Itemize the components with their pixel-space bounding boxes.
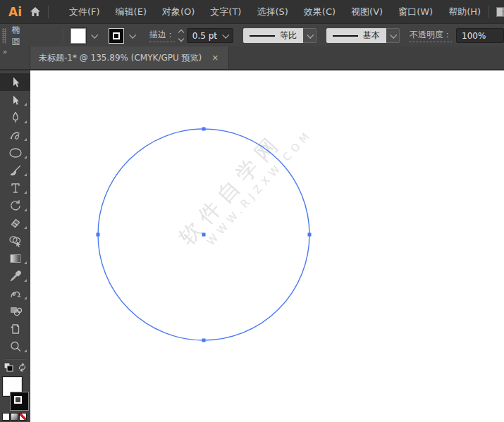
brush-definition-dropdown[interactable]: 基本 bbox=[326, 28, 400, 43]
close-icon[interactable]: × bbox=[210, 52, 220, 63]
menu-bar-items: 文件(F)编辑(E)对象(O)文字(T)选择(S)效果(C)视图(V)窗口(W)… bbox=[61, 0, 488, 23]
paintbrush-tool[interactable] bbox=[0, 161, 30, 179]
panel-grip-icon[interactable] bbox=[2, 28, 6, 44]
stepper-down-icon bbox=[178, 36, 184, 42]
menu-item-edit[interactable]: 编辑(E) bbox=[108, 0, 154, 23]
tools-panel bbox=[0, 70, 30, 422]
control-bar: 椭圆 描边： 0.5 pt 等比 基本 bbox=[0, 23, 504, 47]
menu-item-help[interactable]: 帮助(H) bbox=[441, 0, 488, 23]
stroke-weight-label[interactable]: 描边： bbox=[149, 29, 175, 42]
line-sample-icon bbox=[333, 35, 358, 37]
brush-definition-value: 基本 bbox=[363, 30, 380, 42]
fill-stroke-indicator bbox=[0, 377, 30, 410]
canvas[interactable]: 软件自学网 WWW.RJZXW.COM bbox=[30, 70, 504, 422]
eyedropper-tool[interactable] bbox=[0, 267, 30, 285]
chevron-down-icon bbox=[129, 32, 136, 39]
chevron-down-icon bbox=[390, 32, 397, 39]
stroke-color-swatch[interactable] bbox=[109, 28, 124, 44]
gradient-tool[interactable] bbox=[0, 249, 30, 267]
width-profile-dropdown[interactable]: 等比 bbox=[243, 28, 316, 43]
opacity-field[interactable]: 100% bbox=[456, 28, 504, 43]
stroke-swatch[interactable] bbox=[11, 392, 28, 410]
anchor-point-bottom[interactable] bbox=[202, 339, 206, 342]
divider bbox=[4, 359, 26, 359]
direct-selection-tool[interactable] bbox=[0, 91, 30, 108]
anchor-point-center[interactable] bbox=[202, 233, 206, 237]
stroke-weight-field[interactable]: 0.5 pt bbox=[187, 28, 233, 43]
fill-stroke-controls bbox=[0, 361, 30, 375]
opacity-label[interactable]: 不透明度： bbox=[410, 29, 452, 42]
chevron-down-icon bbox=[222, 32, 229, 39]
type-tool[interactable] bbox=[0, 179, 30, 197]
menu-item-type[interactable]: 文字(T) bbox=[202, 0, 249, 23]
none-button[interactable] bbox=[19, 413, 27, 421]
curvature-tool[interactable] bbox=[0, 126, 30, 144]
menu-item-select[interactable]: 选择(S) bbox=[249, 0, 295, 23]
selection-tool[interactable] bbox=[0, 73, 30, 91]
tab-bar: » 未标题-1* @ 135.89% (CMYK/GPU 预览) × bbox=[0, 46, 504, 70]
chevron-cell bbox=[303, 28, 316, 43]
menu-item-file[interactable]: 文件(F) bbox=[61, 0, 108, 23]
zoom-tool[interactable] bbox=[0, 337, 30, 355]
menu-bar: Ai 文件(F)编辑(E)对象(O)文字(T)选择(S)效果(C)视图(V)窗口… bbox=[0, 0, 504, 23]
chevron-cell bbox=[386, 28, 400, 43]
shaper-tool[interactable] bbox=[0, 285, 30, 302]
anchor-point-left[interactable] bbox=[97, 233, 100, 237]
eraser-tool[interactable] bbox=[0, 214, 30, 232]
pen-tool[interactable] bbox=[0, 108, 30, 126]
artwork-layer[interactable] bbox=[30, 70, 504, 422]
ellipse-tool[interactable] bbox=[0, 144, 30, 161]
width-profile-value: 等比 bbox=[280, 30, 297, 42]
menu-item-object[interactable]: 对象(O) bbox=[154, 0, 202, 23]
menu-item-window[interactable]: 窗口(W) bbox=[391, 0, 441, 23]
stroke-weight-stepper[interactable] bbox=[179, 30, 183, 41]
collapse-panel-icon[interactable]: » bbox=[3, 49, 30, 56]
width-profile-preview: 等比 bbox=[243, 28, 303, 43]
document-tab[interactable]: 未标题-1* @ 135.89% (CMYK/GPU 预览) × bbox=[30, 46, 229, 69]
menu-item-effect[interactable]: 效果(C) bbox=[296, 0, 343, 23]
chevron-down-icon bbox=[307, 32, 314, 39]
stepper-up-icon bbox=[178, 30, 184, 35]
menu-separator bbox=[488, 6, 489, 18]
stroke-color-dropdown[interactable] bbox=[126, 29, 138, 42]
shape-builder-tool[interactable] bbox=[0, 232, 30, 249]
main-area: 软件自学网 WWW.RJZXW.COM bbox=[0, 70, 504, 422]
gradient-button[interactable] bbox=[11, 413, 18, 421]
stroke-weight-value: 0.5 pt bbox=[192, 31, 217, 41]
anchor-point-top[interactable] bbox=[202, 128, 206, 131]
fill-color-dropdown[interactable] bbox=[88, 29, 100, 42]
anchor-point-right[interactable] bbox=[308, 233, 312, 237]
fill-color-swatch[interactable] bbox=[70, 28, 86, 44]
tools-panel-header: » bbox=[0, 46, 30, 69]
home-icon[interactable] bbox=[30, 6, 41, 17]
ai-logo-icon[interactable]: Ai bbox=[8, 5, 22, 19]
rotate-tool[interactable] bbox=[0, 197, 30, 214]
artboard-tool[interactable] bbox=[0, 320, 30, 337]
swap-fill-stroke-icon[interactable] bbox=[18, 361, 27, 375]
separator bbox=[63, 30, 63, 42]
color-button[interactable] bbox=[2, 413, 10, 421]
document-tab-title: 未标题-1* @ 135.89% (CMYK/GPU 预览) bbox=[39, 52, 202, 64]
line-sample-icon bbox=[250, 35, 275, 37]
workspace-icon bbox=[496, 7, 504, 17]
menu-separator bbox=[48, 6, 49, 18]
default-fill-stroke-icon[interactable] bbox=[4, 361, 13, 375]
color-mode-buttons bbox=[0, 413, 30, 421]
illustrator-window: Ai 文件(F)编辑(E)对象(O)文字(T)选择(S)效果(C)视图(V)窗口… bbox=[0, 0, 504, 422]
workspace-switcher[interactable] bbox=[488, 6, 504, 18]
context-label: 椭圆 bbox=[12, 24, 27, 48]
brush-definition-preview: 基本 bbox=[326, 28, 386, 43]
chevron-down-icon bbox=[91, 32, 98, 39]
blend-tool[interactable] bbox=[0, 302, 30, 320]
menu-item-view[interactable]: 视图(V) bbox=[343, 0, 391, 23]
